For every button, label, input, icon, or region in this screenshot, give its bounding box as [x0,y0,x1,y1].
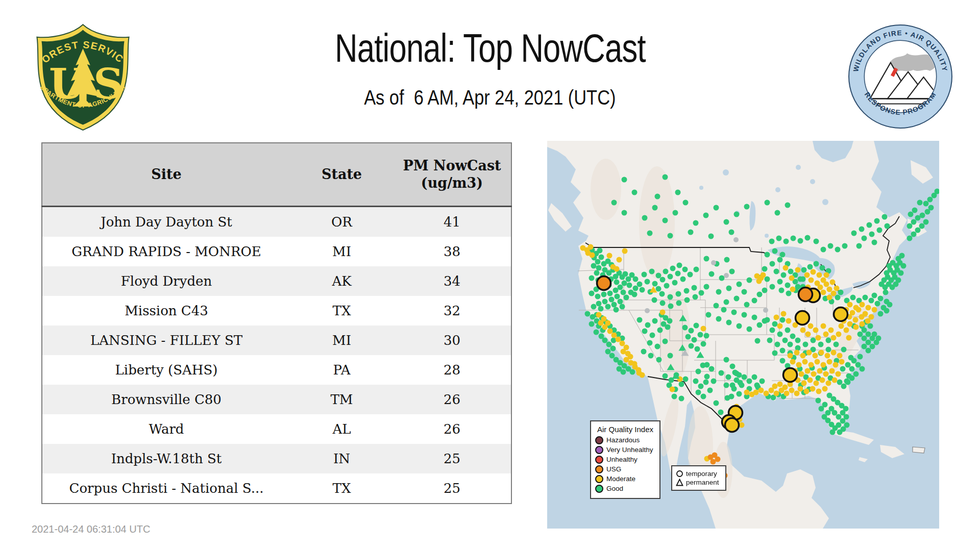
monitor-dot-good [867,222,872,228]
monitor-dot-good [828,243,834,249]
monitor-dot-moderate [632,361,638,367]
monitor-dot-moderate [753,390,759,395]
monitor-dot-good [841,384,847,389]
monitor-dot-good [655,194,660,199]
monitor-dot-good [673,210,678,216]
monitor-dot-good [731,310,737,315]
monitor-dot-good [923,219,929,225]
monitor-dot-moderate [847,321,853,327]
monitor-dot-good [589,291,595,296]
monitor-dot-good [655,344,660,349]
value-cell: 30 [393,325,511,355]
monitor-dot-good [724,299,729,305]
monitor-dot-good [835,295,841,300]
monitor-dot-moderate [863,311,868,317]
monitor-dot-good [734,212,740,217]
monitor-dot-good [908,212,914,217]
monitor-dot-good [744,204,750,210]
aqi-legend: Air Quality Index HazardousVery Unhealth… [590,420,660,499]
monitor-dot-good [747,379,752,384]
monitor-dot-good [659,291,665,297]
monitor-dot-moderate [798,386,803,392]
monitor-dot-moderate [824,272,829,278]
value-cell: 34 [393,266,511,296]
top-nowcast-table-wrap: Site State PM NowCast (ug/m3) John Day D… [41,142,505,504]
monitor-dot-moderate [807,378,813,383]
monitor-dot-good [701,394,706,399]
monitor-dot-good [672,394,677,399]
aqi-color-swatch-icon [595,485,603,493]
monitor-dot-moderate [820,378,825,383]
monitor-dot-moderate [827,295,832,300]
monitor-dot-moderate [805,368,811,374]
monitor-dot-good [884,308,890,314]
monitor-dot-good [863,295,868,300]
monitor-dot-good [816,398,821,404]
monitor-dot-good [785,203,791,208]
monitor-dot-moderate [800,353,806,359]
monitor-dot-good [760,379,765,384]
monitor-dot-moderate [800,328,806,333]
monitor-dot-good [837,380,843,385]
monitor-dot-good [841,347,847,353]
monitor-dot-good [840,418,846,424]
value-cell: 28 [393,355,511,385]
monitor-dot-good [670,266,676,271]
table-row: Floyd DrydenAK34 [42,266,511,296]
monitor-dot-good [798,238,803,244]
temporary-circle-icon [676,470,683,478]
site-cell: Mission C43 [42,296,290,325]
monitor-dot-good [872,293,877,298]
monitor-dot-good [652,281,658,287]
highlighted-site-moderate [834,308,848,321]
monitor-dot-good [878,296,884,302]
monitor-dot-good [781,272,787,278]
monitor-dot-good [650,333,655,338]
site-cell: GRAND RAPIDS - MONROE [42,237,290,266]
monitor-dot-moderate [588,244,594,250]
monitor-dot-moderate [829,368,835,374]
monitor-dot-moderate [801,381,807,386]
highlighted-site-moderate [796,311,810,325]
monitor-dot-good [591,304,597,310]
aqi-color-swatch-icon [595,436,603,444]
aqi-legend-item: Hazardous [595,436,655,444]
monitor-dot-moderate [794,350,800,356]
monitor-dot-good [664,283,670,289]
monitor-dot-moderate [616,337,621,342]
monitor-dot-good [726,320,732,325]
monitor-dot-good [663,339,668,344]
monitor-dot-good [737,391,742,397]
monitor-dot-good [668,353,673,359]
monitor-dot-good [663,269,669,274]
monitor-dot-moderate [821,362,826,368]
value-cell: 32 [393,296,511,325]
monitor-dot-moderate [869,314,874,320]
monitor-dot-good [596,301,602,307]
legend-row-temporary: temporary [676,470,722,478]
monitor-dot-good [660,277,666,283]
monitor-dot-good [679,382,684,387]
monitor-dot-good [869,232,875,237]
monitor-dot-moderate [602,324,608,330]
nowcast-report-page: { "header": { "title": "National: Top No… [0,0,980,551]
legend-label-temporary: temporary [686,470,717,478]
monitor-dot-good [783,239,789,244]
monitor-dot-good [610,346,616,352]
monitor-dot-good [862,336,867,341]
monitor-dot-moderate [816,389,822,394]
monitor-dot-good [652,318,658,324]
monitor-dot-good [907,236,913,241]
monitor-dot-moderate [819,350,824,356]
monitor-dot-moderate [833,362,839,368]
monitor-dot-good [711,379,717,384]
monitor-dot-good [729,230,734,235]
monitor-dot-good [618,285,623,290]
monitor-dot-good [613,288,619,293]
monitor-dot-moderate [813,328,819,333]
monitor-dot-good [734,371,740,377]
monitor-dot-good [862,236,867,241]
monitor-dot-moderate [811,269,816,275]
monitor-dot-moderate [782,385,788,390]
monitor-dot-good [834,342,839,347]
